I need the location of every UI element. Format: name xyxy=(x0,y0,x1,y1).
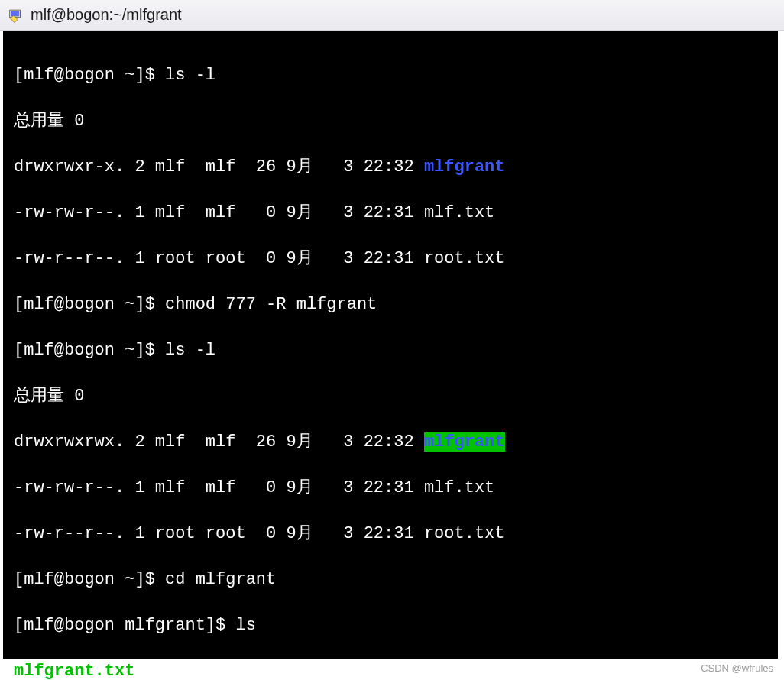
terminal-line: [mlf@bogon mlfgrant]$ ls xyxy=(14,614,767,637)
terminal-viewport[interactable]: [mlf@bogon ~]$ ls -l 总用量 0 drwxrwxr-x. 2… xyxy=(3,31,778,659)
terminal-line: 总用量 0 xyxy=(14,385,767,408)
terminal-line: -rw-r--r--. 1 root root 0 9月 3 22:31 roo… xyxy=(14,248,767,270)
watermark-text: CSDN @wfrules xyxy=(701,662,773,674)
terminal-line: [mlf@bogon ~]$ ls -l xyxy=(14,339,767,362)
terminal-line: -rw-rw-r--. 1 mlf mlf 0 9月 3 22:31 mlf.t… xyxy=(14,202,767,225)
terminal-line: mlfgrant.txt xyxy=(14,660,767,680)
executable-name: mlfgrant.txt xyxy=(14,662,134,680)
terminal-line: drwxrwxrwx. 2 mlf mlf 26 9月 3 22:32 mlfg… xyxy=(14,431,767,454)
putty-icon xyxy=(8,7,24,24)
directory-name: mlfgrant xyxy=(424,157,505,176)
terminal-line: [mlf@bogon ~]$ cd mlfgrant xyxy=(14,568,767,591)
terminal-line: [mlf@bogon ~]$ ls -l xyxy=(14,64,767,87)
terminal-line: [mlf@bogon ~]$ chmod 777 -R mlfgrant xyxy=(14,293,767,316)
terminal-line: 总用量 0 xyxy=(14,110,767,133)
window-titlebar: mlf@bogon:~/mlfgrant xyxy=(0,0,784,31)
svg-rect-1 xyxy=(11,11,19,16)
terminal-line: drwxrwxr-x. 2 mlf mlf 26 9月 3 22:32 mlfg… xyxy=(14,156,767,179)
window-title: mlf@bogon:~/mlfgrant xyxy=(31,6,182,24)
terminal-line: -rw-r--r--. 1 root root 0 9月 3 22:31 roo… xyxy=(14,523,767,546)
terminal-line: -rw-rw-r--. 1 mlf mlf 0 9月 3 22:31 mlf.t… xyxy=(14,477,767,500)
directory-name-highlighted: mlfgrant xyxy=(424,432,505,452)
